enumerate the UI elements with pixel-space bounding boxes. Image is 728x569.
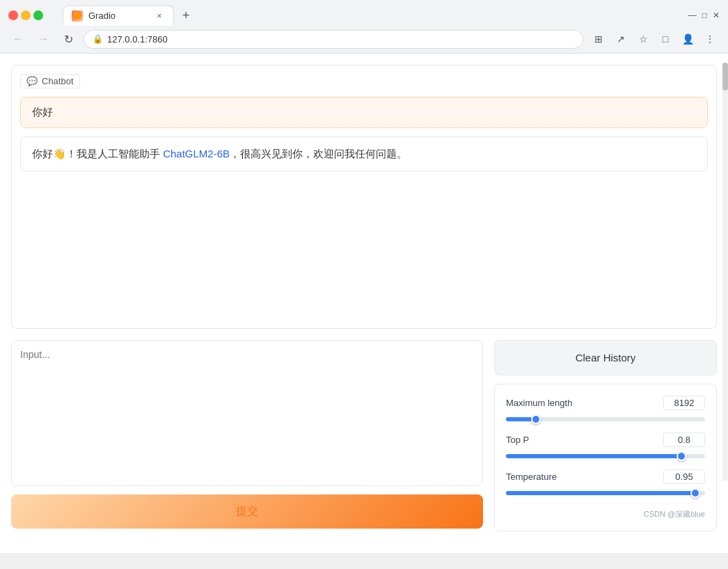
menu-button[interactable]: ⋮ [700, 29, 720, 49]
max-length-header: Maximum length 8192 [506, 396, 705, 410]
chat-input[interactable] [11, 340, 483, 486]
browser-nav-icons: ⊞ ↗ ☆ □ 👤 ⋮ [589, 29, 720, 49]
tab-bar: 🟠 Gradio × + [54, 6, 204, 26]
window-restore-icon[interactable]: □ [702, 10, 707, 20]
tab-favicon-icon: 🟠 [72, 10, 83, 22]
temperature-slider-group: Temperature 0.95 [506, 469, 705, 495]
window-controls [8, 10, 43, 20]
clear-history-button[interactable]: Clear History [494, 340, 717, 375]
bottom-section: 提交 Clear History Maximum length 8192 [11, 340, 717, 531]
temperature-fill [506, 491, 695, 495]
top-p-header: Top P 0.8 [506, 432, 705, 447]
top-p-track[interactable] [506, 454, 705, 458]
sliders-section: Maximum length 8192 Top P 0.8 [494, 384, 717, 531]
split-view-button[interactable]: □ [656, 29, 675, 49]
tab-title: Gradio [88, 10, 148, 21]
top-p-thumb [676, 451, 686, 461]
input-area: 提交 [11, 340, 483, 529]
temperature-track[interactable] [506, 491, 705, 495]
profile-button[interactable]: 👤 [678, 29, 697, 49]
chatbot-tab-icon: 💬 [26, 76, 38, 86]
max-length-label: Maximum length [506, 398, 572, 408]
max-length-thumb [531, 414, 541, 424]
bot-message-highlight: ChatGLM2-6B [163, 148, 230, 159]
tab-close-button[interactable]: × [154, 10, 165, 22]
maximize-window-button[interactable] [33, 10, 43, 20]
chatbot-tab-label: Chatbot [42, 76, 74, 86]
gradio-app: 💬 Chatbot 你好 你好👋！我是人工智能助手 ChatGLM2-6B，很高… [0, 54, 728, 553]
chatbot-section: 💬 Chatbot 你好 你好👋！我是人工智能助手 ChatGLM2-6B，很高… [11, 65, 717, 329]
back-button[interactable]: ← [8, 29, 28, 49]
nav-bar: ← → ↻ 🔒 127.0.0.1:7860 ⊞ ↗ ☆ □ 👤 ⋮ [0, 25, 728, 53]
refresh-button[interactable]: ↻ [58, 29, 78, 49]
temperature-thumb [690, 488, 700, 498]
browser-chrome: 🟠 Gradio × + — □ ✕ ← → ↻ 🔒 127.0.0.1:786… [0, 0, 728, 54]
translate-button[interactable]: ⊞ [589, 29, 608, 49]
max-length-track[interactable] [506, 417, 705, 421]
titlebar: 🟠 Gradio × + — □ ✕ [0, 0, 728, 25]
user-message: 你好 [20, 97, 708, 128]
secure-icon: 🔒 [93, 34, 103, 44]
scrollbar[interactable] [722, 63, 728, 481]
new-tab-button[interactable]: + [177, 6, 196, 26]
temperature-value: 0.95 [663, 469, 705, 484]
chatbot-tab: 💬 Chatbot [20, 74, 80, 88]
top-p-label: Top P [506, 435, 529, 445]
address-text: 127.0.0.1:7860 [107, 34, 574, 45]
bot-message-suffix: ，很高兴见到你，欢迎问我任何问题。 [230, 148, 407, 159]
watermark: CSDN @深藏blue [506, 506, 705, 520]
window-minimize-icon[interactable]: — [688, 10, 697, 20]
max-length-slider-group: Maximum length 8192 [506, 396, 705, 421]
window-close-icon[interactable]: ✕ [713, 10, 720, 20]
address-bar[interactable]: 🔒 127.0.0.1:7860 [84, 30, 583, 49]
scrollbar-thumb[interactable] [722, 63, 728, 91]
top-p-fill [506, 454, 681, 458]
top-p-value: 0.8 [663, 432, 705, 447]
temperature-label: Temperature [506, 471, 557, 482]
browser-tab[interactable]: 🟠 Gradio × [63, 6, 174, 26]
close-window-button[interactable] [8, 10, 18, 20]
bookmark-button[interactable]: ☆ [633, 29, 653, 49]
forward-button[interactable]: → [33, 29, 53, 49]
chat-messages: 你好 你好👋！我是人工智能助手 ChatGLM2-6B，很高兴见到你，欢迎问我任… [20, 97, 708, 320]
minimize-window-button[interactable] [21, 10, 31, 20]
temperature-header: Temperature 0.95 [506, 469, 705, 484]
top-p-slider-group: Top P 0.8 [506, 432, 705, 458]
max-length-value: 8192 [663, 396, 705, 410]
right-panel: Clear History Maximum length 8192 [494, 340, 717, 531]
bot-message: 你好👋！我是人工智能助手 ChatGLM2-6B，很高兴见到你，欢迎问我任何问题… [20, 137, 708, 171]
bot-message-prefix: 你好👋！我是人工智能助手 [32, 148, 163, 159]
submit-button[interactable]: 提交 [11, 494, 483, 529]
user-message-text: 你好 [32, 106, 53, 118]
share-button[interactable]: ↗ [611, 29, 631, 49]
